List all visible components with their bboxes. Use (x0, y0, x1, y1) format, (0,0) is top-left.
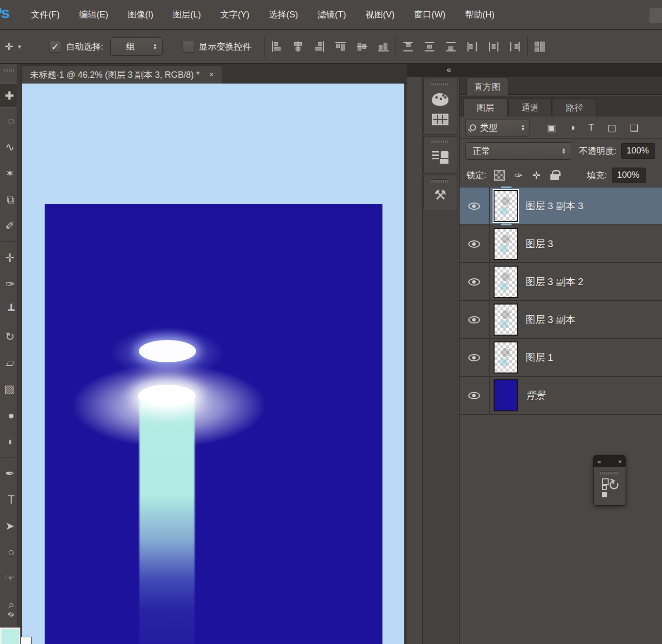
filter-type-icon[interactable]: T (588, 122, 594, 133)
distribute-right-edges-icon[interactable] (509, 40, 521, 53)
expand-panel-icon[interactable]: » (597, 458, 601, 465)
layer-name[interactable]: 图层 3 副本 2 (526, 275, 583, 288)
layer-thumbnail[interactable] (494, 228, 518, 260)
tab-channels[interactable]: 通道 (508, 98, 552, 117)
swatches-panel-icon[interactable] (432, 114, 448, 125)
gradient-tool[interactable]: ▨ (0, 376, 17, 402)
layer-thumbnail[interactable] (494, 304, 518, 336)
blur-tool[interactable]: ● (0, 402, 17, 428)
visibility-toggle[interactable] (460, 187, 490, 224)
filter-shape-icon[interactable]: ▢ (607, 122, 616, 134)
distribute-vertical-centers-icon[interactable] (423, 40, 436, 53)
layer-thumbnail[interactable] (494, 266, 518, 298)
layer-name[interactable]: 图层 1 (526, 351, 553, 364)
layer-row[interactable]: 图层 1 (460, 339, 662, 377)
distribute-top-edges-icon[interactable] (402, 40, 414, 53)
panel-grip[interactable] (431, 179, 449, 183)
foreground-color-swatch[interactable] (0, 627, 20, 644)
color-panel-icon[interactable] (432, 93, 448, 106)
history-panel-icon[interactable]: ↺ (600, 477, 619, 498)
close-icon[interactable]: × (209, 70, 214, 79)
marquee-tool[interactable]: ◌ (0, 108, 17, 134)
layer-row[interactable]: 背景 (460, 377, 662, 415)
distribute-horizontal-centers-icon[interactable] (487, 40, 500, 53)
tools-panel-icon[interactable]: ⚒ (434, 188, 446, 202)
type-tool[interactable]: T (0, 487, 17, 513)
collapse-panels-icon[interactable]: « (447, 65, 449, 75)
tab-histogram[interactable]: 直方图 (466, 78, 508, 95)
layer-row[interactable]: 图层 3 (460, 225, 662, 263)
tool-preset-picker[interactable]: ✛ ▼ (5, 41, 37, 52)
visibility-toggle[interactable] (460, 339, 490, 376)
opacity-field[interactable]: 100% (621, 143, 655, 159)
layer-row[interactable]: 图层 3 副本 2 (460, 263, 662, 301)
align-left-edges-icon[interactable] (270, 40, 283, 53)
layer-row[interactable]: 图层 3 副本 (460, 301, 662, 339)
layer-name[interactable]: 图层 3 (526, 237, 553, 251)
lock-transparency-icon[interactable] (494, 170, 505, 181)
panel-grip[interactable] (600, 471, 619, 475)
menu-layer[interactable]: 图层(L) (173, 9, 201, 20)
blend-mode-dropdown[interactable]: 正常 ▲▼ (465, 142, 571, 160)
clone-stamp-tool[interactable]: ┻ (0, 297, 17, 323)
tab-layers[interactable]: 图层 (463, 98, 507, 117)
healing-brush-tool[interactable]: ✛ (0, 245, 17, 271)
lock-position-icon[interactable]: ✛ (532, 169, 541, 181)
align-right-edges-icon[interactable] (313, 40, 326, 53)
canvas[interactable] (22, 84, 404, 644)
lock-pixels-icon[interactable]: ✑ (514, 169, 523, 181)
eyedropper-tool[interactable]: ✐ (0, 213, 17, 239)
pen-tool[interactable]: ✒ (0, 460, 17, 487)
auto-align-layers-icon[interactable] (533, 40, 546, 53)
menu-type[interactable]: 文字(Y) (220, 9, 249, 20)
layer-thumbnail[interactable] (494, 190, 518, 222)
menu-view[interactable]: 视图(V) (365, 9, 395, 20)
brush-tool[interactable]: ✑ (0, 271, 17, 297)
visibility-toggle[interactable] (460, 225, 490, 262)
align-top-edges-icon[interactable] (334, 40, 347, 53)
distribute-bottom-edges-icon[interactable] (445, 40, 457, 53)
show-transform-checkbox[interactable] (182, 41, 194, 53)
menu-file[interactable]: 文件(F) (31, 9, 60, 20)
layer-thumbnail[interactable] (494, 341, 518, 373)
align-horizontal-centers-icon[interactable] (292, 40, 304, 53)
layer-thumbnail[interactable] (494, 379, 518, 411)
align-vertical-centers-icon[interactable] (356, 40, 368, 53)
hand-tool[interactable]: ☞ (0, 565, 17, 592)
menu-edit[interactable]: 编辑(E) (79, 9, 108, 20)
panel-grip[interactable] (431, 140, 449, 143)
lock-all-icon[interactable] (550, 174, 559, 180)
eraser-tool[interactable]: ▱ (0, 350, 17, 376)
layer-name[interactable]: 图层 3 副本 (526, 313, 575, 326)
layer-row[interactable]: 图层 3 副本 3 (460, 187, 662, 225)
visibility-toggle[interactable] (460, 263, 490, 300)
layer-name[interactable]: 图层 3 副本 3 (526, 200, 583, 213)
document-tab[interactable]: 未标题-1 @ 46.2% (图层 3 副本 3, RGB/8) * × (22, 65, 222, 84)
menu-image[interactable]: 图像(I) (128, 9, 153, 20)
shape-tool[interactable]: ○ (0, 539, 17, 565)
history-brush-tool[interactable]: ↻ (0, 323, 17, 350)
menu-filter[interactable]: 滤镜(T) (317, 9, 346, 20)
tab-paths[interactable]: 路径 (553, 98, 596, 117)
window-button[interactable] (649, 8, 662, 23)
align-bottom-edges-icon[interactable] (377, 40, 390, 53)
dodge-tool[interactable]: ◐ (0, 428, 17, 455)
layer-name[interactable]: 背景 (526, 389, 545, 402)
menu-select[interactable]: 选择(S) (269, 9, 298, 20)
visibility-toggle[interactable] (460, 377, 490, 414)
visibility-toggle[interactable] (460, 301, 490, 338)
lasso-tool[interactable]: ∿ (0, 134, 17, 160)
menu-help[interactable]: 帮助(H) (465, 9, 495, 20)
filter-adjustment-icon[interactable]: ◑ (569, 122, 575, 133)
filter-image-icon[interactable]: ▣ (547, 122, 556, 134)
menu-window[interactable]: 窗口(W) (414, 9, 446, 20)
path-select-tool[interactable]: ➤ (0, 513, 17, 539)
auto-select-checkbox[interactable]: ✓ (49, 41, 61, 53)
auto-select-target-dropdown[interactable]: 组 ▲▼ (110, 37, 163, 56)
close-icon[interactable]: × (618, 458, 622, 465)
clone-source-panel-icon[interactable] (431, 150, 449, 165)
filter-type-dropdown[interactable]: 类型 ▲▼ (465, 119, 530, 136)
move-tool[interactable]: ✚ (0, 84, 17, 108)
panel-grip[interactable] (431, 82, 449, 85)
magic-wand-tool[interactable]: ✶ (0, 160, 17, 186)
